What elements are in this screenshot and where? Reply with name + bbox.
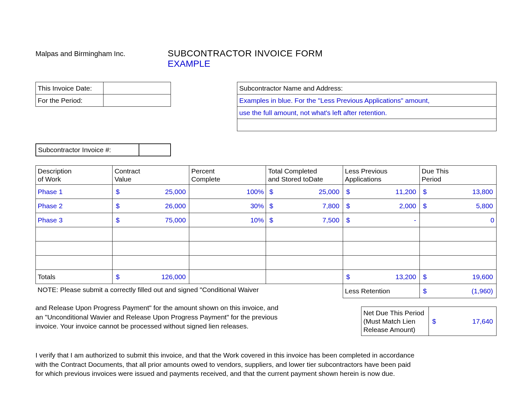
note-line-3: an "Unconditional Wavier and Release Upo… — [35, 313, 355, 322]
row-less: $- — [343, 213, 419, 227]
example-note-2: use the full amount, not what's left aft… — [237, 107, 497, 119]
totals-due: $19,600 — [419, 270, 496, 284]
row-desc: Phase 2 — [36, 199, 113, 213]
sub-invoice-number-box: Subcontractor Invoice #: — [35, 143, 171, 156]
sub-addr-blank[interactable] — [237, 119, 497, 131]
row-due: $13,800 — [419, 185, 496, 199]
row-percent: 100% — [189, 185, 266, 199]
row-contract: $75,000 — [113, 213, 189, 227]
row-less: $11,200 — [343, 185, 419, 199]
verify-line-2: with the Contract Documents, that all pr… — [35, 360, 497, 369]
title-line-1: SUBCONTRACTOR INVOICE FORM — [168, 48, 323, 59]
hdr-description: Descriptionof Work — [36, 166, 113, 185]
totals-label: Totals — [36, 270, 113, 284]
retention-value: $(1,960) — [419, 284, 496, 298]
period-value[interactable] — [103, 94, 171, 107]
row-due: 0 — [419, 213, 496, 227]
row-total: $25,000 — [266, 185, 343, 199]
totals-contract: $126,000 — [113, 270, 189, 284]
company-name: Malpas and Birmingham Inc. — [35, 48, 168, 58]
hdr-total: Total Completedand Stored toDate — [266, 166, 343, 185]
info-left: This Invoice Date: For the Period: — [35, 82, 171, 131]
header: Malpas and Birmingham Inc. SUBCONTRACTOR… — [35, 48, 497, 69]
sub-invoice-value[interactable] — [139, 144, 171, 156]
invoice-page: Malpas and Birmingham Inc. SUBCONTRACTOR… — [0, 0, 532, 411]
bottom-section: and Release Upon Progress Payment" for t… — [35, 301, 497, 336]
invoice-date-value[interactable] — [103, 82, 171, 94]
hdr-percent: PercentComplete — [189, 166, 266, 185]
net-due-value: $17,640 — [429, 307, 497, 336]
row-contract: $26,000 — [113, 199, 189, 213]
note-line-4: invoice. Your invoice cannot be processe… — [35, 322, 355, 331]
row-percent: 30% — [189, 199, 266, 213]
form-title: SUBCONTRACTOR INVOICE FORM EXAMPLE — [168, 48, 323, 69]
sub-invoice-label: Subcontractor Invoice #: — [36, 144, 139, 156]
hdr-contract: ContractValue — [113, 166, 189, 185]
hdr-due: Due ThisPeriod — [419, 166, 496, 185]
verify-line-3: for which previous invoices were issued … — [35, 369, 497, 378]
note-line-2: and Release Upon Progress Payment" for t… — [35, 303, 355, 312]
row-total: $7,500 — [266, 213, 343, 227]
hdr-less: Less PreviousApplications — [343, 166, 419, 185]
row-total: $7,800 — [266, 199, 343, 213]
net-due-label: Net Due This Period(Must Match LienRelea… — [361, 307, 429, 336]
row-less: $2,000 — [343, 199, 419, 213]
note-line-1: NOTE: Please submit a correctly filled o… — [36, 284, 343, 298]
row-contract: $25,000 — [113, 185, 189, 199]
verify-line-1: I verify that I am authorized to submit … — [35, 351, 497, 360]
line-items-table: Descriptionof Work ContractValue Percent… — [35, 165, 497, 298]
row-percent: 10% — [189, 213, 266, 227]
title-line-2: EXAMPLE — [168, 59, 323, 69]
info-right: Subcontractor Name and Address: Examples… — [237, 82, 497, 131]
row-due: $5,800 — [419, 199, 496, 213]
verify-statement: I verify that I am authorized to submit … — [35, 351, 497, 378]
period-label: For the Period: — [36, 94, 103, 107]
invoice-date-label: This Invoice Date: — [36, 82, 103, 94]
row-desc: Phase 1 — [36, 185, 113, 199]
info-section: This Invoice Date: For the Period: Subco… — [35, 82, 497, 131]
retention-label: Less Retention — [343, 284, 419, 298]
net-due-box: Net Due This Period(Must Match LienRelea… — [361, 301, 497, 336]
totals-less: $13,200 — [343, 270, 419, 284]
sub-name-label: Subcontractor Name and Address: — [237, 82, 497, 94]
example-note-1: Examples in blue. For the "Less Previous… — [237, 94, 497, 107]
row-desc: Phase 3 — [36, 213, 113, 227]
note-block: and Release Upon Progress Payment" for t… — [35, 303, 361, 336]
